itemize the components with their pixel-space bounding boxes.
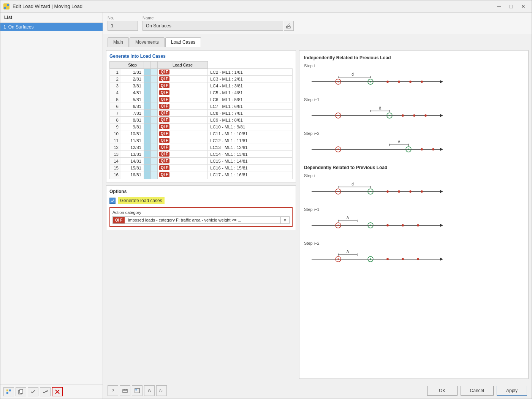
table-row[interactable]: 11 11/81 QI F LC12 - ML1 : 11/81 (110, 137, 293, 144)
row-num: 6 (110, 103, 121, 110)
tab-movements[interactable]: Movements (130, 37, 165, 47)
svg-rect-8 (20, 390, 23, 393)
check-button[interactable] (28, 387, 38, 396)
row-color1 (144, 76, 151, 82)
col-color1-header (144, 62, 151, 69)
no-input[interactable] (108, 21, 138, 31)
table-row[interactable]: 8 8/81 QI F LC9 - ML1 : 8/81 (110, 117, 293, 124)
row-color1 (144, 178, 151, 179)
action-category-box: Action category QI F Imposed loads - cat… (109, 207, 293, 227)
table-row[interactable]: 6 6/81 QI F LC7 - ML1 : 6/81 (110, 103, 293, 110)
table-row[interactable]: 3 3/81 QI F LC4 - ML1 : 3/81 (110, 82, 293, 89)
right-panel: No. Name Main Movements Load C (103, 13, 532, 399)
svg-point-88 (370, 258, 371, 260)
dependent-step-i-svg: d (304, 180, 448, 201)
check2-button[interactable] (40, 387, 51, 396)
table-wrapper[interactable]: Step Load Case 1 1/81 QI F LC2 - ML1 : 1… (109, 61, 293, 179)
generate-checkbox-row: Generate load cases (109, 197, 293, 204)
close-button[interactable]: ✕ (518, 2, 529, 11)
row-color2 (151, 137, 158, 144)
bottom-bar: ? 0.00 A fx OK Cancel Apply (103, 382, 532, 399)
dependent-step-i2: Step i+2 Δ (304, 241, 524, 269)
row-color1 (144, 117, 151, 124)
row-qi: QI F (158, 158, 208, 165)
row-color1 (144, 158, 151, 165)
col-lc-header: Load Case (158, 62, 208, 69)
list-header: List (0, 13, 103, 23)
row-qi: QI F (158, 96, 208, 103)
minimize-button[interactable]: ─ (494, 2, 504, 11)
svg-point-75 (370, 225, 371, 226)
view-button[interactable] (132, 385, 142, 396)
row-num: 2 (110, 76, 121, 82)
svg-point-78 (417, 224, 419, 226)
row-color2 (151, 158, 158, 165)
apply-button[interactable]: Apply (497, 386, 527, 396)
table-row[interactable]: 2 2/81 QI F LC3 - ML1 : 2/81 (110, 76, 293, 82)
delete-item-button[interactable] (52, 387, 63, 396)
row-color2 (151, 103, 158, 110)
formula-button[interactable]: fx (156, 385, 167, 396)
tab-load-cases[interactable]: Load Cases (165, 37, 201, 47)
tab-main[interactable]: Main (108, 37, 129, 47)
units-button[interactable]: 0.00 (120, 385, 130, 396)
row-lc: LC13 - ML1 : 12/81 (208, 144, 293, 151)
row-color2 (151, 178, 158, 179)
name-input[interactable] (142, 21, 283, 31)
row-color1 (144, 144, 151, 151)
independent-step-i-label: Step i (304, 63, 524, 68)
table-row[interactable]: 17 17/81 QI F LC18 - ML1 : 17/81 (110, 178, 293, 179)
svg-text:x: x (161, 390, 163, 393)
name-field-group: Name (142, 16, 294, 31)
table-row[interactable]: 16 16/81 QI F LC17 - ML1 : 16/81 (110, 171, 293, 178)
row-step: 14/81 (121, 158, 144, 165)
table-row[interactable]: 14 14/81 QI F LC15 - ML1 : 14/81 (110, 158, 293, 165)
row-step: 6/81 (121, 103, 144, 110)
svg-point-37 (402, 114, 404, 117)
col-color2-header (151, 62, 158, 69)
row-step: 3/81 (121, 82, 144, 89)
svg-marker-14 (440, 80, 443, 83)
table-row[interactable]: 9 9/81 QI F LC10 - ML1 : 9/81 (110, 124, 293, 130)
action-category-dropdown[interactable]: QI F Imposed loads - category F: traffic… (112, 216, 290, 224)
table-row[interactable]: 4 4/81 QI F LC5 - ML1 : 4/81 (110, 89, 293, 96)
svg-rect-5 (9, 390, 11, 391)
independent-step-i2-svg: Δ (304, 138, 448, 159)
table-row[interactable]: 7 7/81 QI F LC8 - ML1 : 7/81 (110, 110, 293, 117)
row-qi: QI F (158, 144, 208, 151)
cancel-button[interactable]: Cancel (461, 386, 494, 396)
label-button[interactable]: A (144, 385, 155, 396)
copy-item-button[interactable] (16, 387, 26, 396)
table-row[interactable]: 12 12/81 QI F LC13 - ML1 : 12/81 (110, 144, 293, 151)
name-label: Name (142, 16, 294, 20)
table-row[interactable]: 1 1/81 QI F LC2 - ML1 : 1/81 (110, 69, 293, 76)
table-row[interactable]: 13 13/81 QI F LC14 - ML1 : 13/81 (110, 151, 293, 158)
row-qi: QI F (158, 69, 208, 76)
svg-point-89 (386, 258, 389, 260)
ok-button[interactable]: OK (427, 386, 458, 396)
svg-marker-28 (440, 114, 443, 117)
table-row[interactable]: 15 15/81 QI F LC16 - ML1 : 15/81 (110, 165, 293, 171)
row-num: 17 (110, 178, 121, 179)
table-row[interactable]: 10 10/81 QI F LC11 - ML1 : 10/81 (110, 130, 293, 137)
table-row[interactable]: 5 5/81 QI F LC6 - ML1 : 5/81 (110, 96, 293, 103)
content-area: Generate into Load Cases Step Loa (103, 47, 532, 382)
window-controls: ─ □ ✕ (494, 2, 529, 11)
list-item[interactable]: 1 On Surfaces (0, 23, 103, 31)
row-step: 5/81 (121, 96, 144, 103)
action-qi-badge: QI F (113, 217, 125, 223)
dependent-step-i1-label: Step i+1 (304, 207, 524, 212)
help-button[interactable]: ? (108, 385, 118, 396)
row-color2 (151, 144, 158, 151)
edit-name-button[interactable] (284, 21, 294, 31)
generate-checkbox[interactable] (109, 198, 116, 204)
row-color2 (151, 110, 158, 117)
dependent-step-i: Step i d (304, 173, 524, 201)
maximize-button[interactable]: □ (506, 2, 516, 11)
row-qi: QI F (158, 89, 208, 96)
svg-marker-53 (440, 190, 443, 193)
no-label: No. (108, 16, 138, 20)
independent-step-i: Step i d (304, 63, 524, 91)
new-item-button[interactable] (3, 387, 14, 396)
row-lc: LC8 - ML1 : 7/81 (208, 110, 293, 117)
